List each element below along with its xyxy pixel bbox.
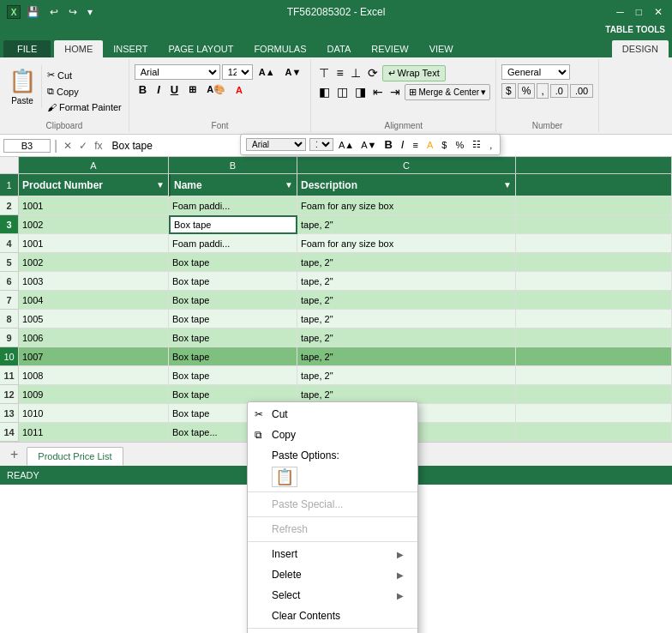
col-header-d[interactable] [516,157,672,173]
confirm-formula-button[interactable]: ✓ [76,139,90,153]
undo-button[interactable]: ↩ [47,5,61,19]
cell-c1[interactable]: Description▼ [297,174,516,196]
cell-a8[interactable]: 1005 [19,310,169,329]
save-button[interactable]: 💾 [24,5,42,19]
customize-button[interactable]: ▾ [85,5,95,19]
ctx-cut[interactable]: ✂ Cut [248,404,417,425]
cell-reference-input[interactable] [3,139,51,153]
row-num-14[interactable]: 14 [0,423,19,442]
align-middle-button[interactable]: ≡ [333,64,345,81]
cell-c4[interactable]: Foam for any size box [297,234,516,253]
cell-a14[interactable]: 1011 [19,423,169,442]
cell-c3[interactable]: tape, 2" [297,215,516,234]
wrap-text-button[interactable]: ↵ Wrap Text [382,65,446,81]
mini-align-button[interactable]: ≡ [410,139,420,151]
decrease-indent-button[interactable]: ⇤ [370,83,386,100]
mini-grid-button[interactable]: ☷ [470,138,483,151]
mini-percent-button[interactable]: % [453,139,466,151]
cell-c11[interactable]: tape, 2" [297,366,516,385]
cell-c5[interactable]: tape, 2" [297,253,516,272]
col-header-a[interactable]: A [19,157,169,173]
row-num-9[interactable]: 9 [0,329,19,347]
ctx-clear-contents[interactable]: Clear Contents [248,606,417,626]
increase-font-button[interactable]: A▲ [255,65,279,79]
cut-button[interactable]: ✂ Cut [44,68,125,82]
font-family-select[interactable]: Arial [135,64,220,80]
tab-design[interactable]: DESIGN [612,40,669,57]
tab-home[interactable]: HOME [54,40,103,57]
font-size-select[interactable]: 12 [222,64,253,80]
cell-c9[interactable]: tape, 2" [297,329,516,347]
cell-a2[interactable]: 1001 [19,196,169,215]
merge-center-button[interactable]: ⊞ Merge & Center ▾ [405,84,490,100]
row-num-11[interactable]: 11 [0,366,19,385]
cell-b1[interactable]: Name▼ [169,174,297,196]
cell-b5[interactable]: Box tape [169,253,297,272]
ctx-paste-special[interactable]: Paste Special... [248,494,417,515]
align-bottom-button[interactable]: ⊥ [348,64,363,81]
tab-view[interactable]: VIEW [419,40,464,57]
ctx-select[interactable]: Select ▶ [248,585,417,606]
row-num-10[interactable]: 10 [0,347,19,366]
cell-a1[interactable]: Product Number▼ [19,174,169,196]
cell-a3[interactable]: 1002 [19,215,169,234]
insert-function-button[interactable]: fx [92,139,105,153]
cell-c2[interactable]: Foam for any size box [297,196,516,215]
tab-page-layout[interactable]: PAGE LAYOUT [158,40,243,57]
sheet-tab-product-price-list[interactable]: Product Price List [27,447,123,466]
ctx-insert[interactable]: Insert ▶ [248,544,417,564]
cell-a5[interactable]: 1002 [19,253,169,272]
cell-b9[interactable]: Box tape [169,329,297,347]
underline-button[interactable]: U [166,81,183,98]
paste-icon-1[interactable]: 📋 [272,467,297,487]
tab-formulas[interactable]: FORMULAS [243,40,316,57]
bold-button[interactable]: B [135,81,151,98]
border-button[interactable]: ⊞ [184,82,201,97]
cell-a6[interactable]: 1003 [19,272,169,291]
align-left-button[interactable]: ◧ [316,83,333,100]
row-num-6[interactable]: 6 [0,272,19,291]
row-num-12[interactable]: 12 [0,385,19,404]
cell-a10[interactable]: 1007 [19,347,169,366]
cell-b6[interactable]: Box tape [169,272,297,291]
mini-bold-button[interactable]: B [381,137,394,152]
cell-c8[interactable]: tape, 2" [297,310,516,329]
cell-a9[interactable]: 1006 [19,329,169,347]
ctx-paste-options[interactable]: Paste Options: [248,445,417,466]
cancel-formula-button[interactable]: ✕ [61,139,75,153]
mini-italic-button[interactable]: I [399,137,407,152]
add-sheet-button[interactable]: + [3,443,25,466]
cell-a13[interactable]: 1010 [19,404,169,423]
row-num-2[interactable]: 2 [0,196,19,215]
mini-currency-button[interactable]: $ [439,139,449,151]
percent-button[interactable]: % [518,83,536,99]
tab-data[interactable]: DATA [317,40,362,57]
cell-c10[interactable]: tape, 2" [297,347,516,366]
copy-button[interactable]: ⧉ Copy [44,84,125,99]
cell-a4[interactable]: 1001 [19,234,169,253]
cell-c6[interactable]: tape, 2" [297,272,516,291]
font-color-button[interactable]: A [231,83,247,97]
paste-button[interactable]: 📋 Paste [3,64,42,109]
increase-indent-button[interactable]: ⇥ [387,83,403,100]
align-center-button[interactable]: ◫ [334,83,351,100]
row-num-7[interactable]: 7 [0,291,19,310]
format-painter-button[interactable]: 🖌 Format Painter [44,100,125,114]
decrease-decimal-button[interactable]: .0 [550,84,568,98]
row-num-13[interactable]: 13 [0,404,19,423]
cell-b10[interactable]: Box tape [169,347,297,366]
cell-b11[interactable]: Box tape [169,366,297,385]
minimize-button[interactable]: ─ [614,5,627,19]
number-format-select[interactable]: General [501,64,570,80]
mini-size-select[interactable]: 12 [309,138,333,151]
row-num-8[interactable]: 8 [0,310,19,329]
fill-color-button[interactable]: A🎨 [202,82,230,97]
col-header-b[interactable]: B [169,157,297,173]
close-button[interactable]: ✕ [651,5,665,19]
mini-comma-button[interactable]: , [487,139,495,151]
cell-b3[interactable]: Box tape [169,215,297,234]
mini-fill-button[interactable]: A [424,139,435,151]
row-num-3[interactable]: 3 [0,215,19,234]
mini-increase-font-button[interactable]: A▲ [337,139,356,151]
cell-a12[interactable]: 1009 [19,385,169,404]
